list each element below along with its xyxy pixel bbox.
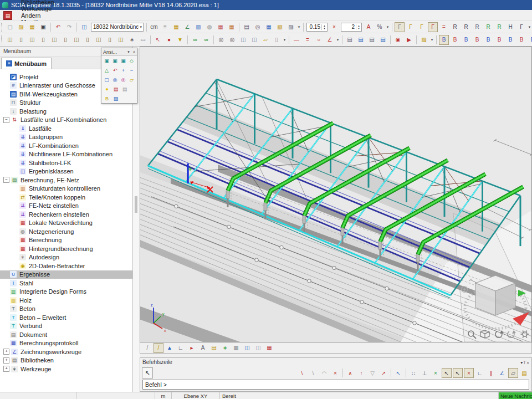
document-menu-icon[interactable]: ▤ bbox=[3, 11, 12, 20]
grid-red-icon[interactable]: ▦ bbox=[264, 343, 274, 353]
profile-tool-12[interactable]: ∗ bbox=[127, 35, 137, 45]
clipboard-2-icon[interactable]: ▤ bbox=[356, 35, 366, 45]
view-axo-icon[interactable]: ◇ bbox=[128, 57, 136, 65]
select-user-icon[interactable]: ● bbox=[164, 35, 174, 45]
tree-item-bibliotheken[interactable]: +▤Bibliotheken bbox=[0, 356, 132, 365]
clipboard-3-icon[interactable]: ▤ bbox=[367, 35, 377, 45]
wall-tool-7[interactable]: R bbox=[461, 22, 471, 32]
undo-icon[interactable]: ↶ bbox=[53, 22, 63, 32]
axes-3d-icon[interactable]: ∗ bbox=[220, 343, 230, 353]
light-icon[interactable]: ● bbox=[103, 85, 111, 93]
tree-item-dokument[interactable]: ▤Dokument bbox=[0, 330, 132, 339]
tree-item-ergebnisse[interactable]: ∪Ergebnisse bbox=[0, 270, 132, 279]
menu--ndern[interactable]: Ändern bbox=[17, 12, 62, 19]
select-add-icon[interactable]: ↖ bbox=[153, 35, 163, 45]
wall-tool-11[interactable]: H bbox=[505, 22, 515, 32]
layout2-icon[interactable]: ◫ bbox=[253, 343, 263, 353]
snap-line-icon[interactable]: \ bbox=[297, 368, 307, 378]
profile-tool-11[interactable]: ◫ bbox=[116, 35, 126, 45]
print-icon[interactable]: ▤ bbox=[242, 22, 252, 32]
tree-item-lastgruppen[interactable]: ⇊Lastgruppen bbox=[0, 133, 132, 142]
print-data-icon[interactable]: ▥ bbox=[231, 343, 241, 353]
tree-item-zeichnungswerkzeuge[interactable]: +∠Zeichnungswerkzeuge bbox=[0, 347, 132, 356]
close-icon[interactable]: × bbox=[526, 360, 529, 365]
tree-item-nichtlineare-lf-kombinationen[interactable]: ⇊Nichtlineare LF-Kombinationen bbox=[0, 150, 132, 159]
print-preview-icon[interactable]: ◎ bbox=[253, 22, 263, 32]
cursor-snap-icon[interactable]: ↖ bbox=[393, 368, 403, 378]
expand-box[interactable]: + bbox=[3, 357, 9, 364]
section-cut-icon[interactable]: × bbox=[329, 22, 339, 32]
tree-item-belastung[interactable]: ↓Belastung bbox=[0, 107, 132, 116]
wall-tool-8[interactable]: R bbox=[472, 22, 482, 32]
circle-tool-icon[interactable]: ○ bbox=[314, 35, 324, 45]
palette-dropdown-icon[interactable]: ▾ bbox=[126, 50, 131, 54]
wall-tool-6[interactable]: R bbox=[450, 22, 460, 32]
wall-tool-10[interactable]: R bbox=[494, 22, 504, 32]
member-tool-7[interactable]: B bbox=[505, 35, 515, 45]
snapshot-icon[interactable]: ▤ bbox=[112, 85, 120, 93]
export-doc-icon[interactable]: ▧ bbox=[275, 22, 285, 32]
filter-icon[interactable]: ▼ bbox=[175, 35, 185, 45]
tree-item-lf-kombinationen[interactable]: ⇊LF-Kombinationen bbox=[0, 141, 132, 150]
member-tool-9[interactable]: B bbox=[528, 35, 532, 45]
axis-cone-icon[interactable]: ▲ bbox=[165, 343, 175, 353]
palette-close-icon[interactable]: × bbox=[131, 50, 137, 54]
tree-item-integrierte-design-forms[interactable]: ▥Integrierte Design Forms bbox=[0, 288, 132, 296]
profile-tool-6[interactable]: ▯ bbox=[60, 35, 70, 45]
open-icon[interactable]: ▨ bbox=[16, 22, 26, 32]
calculator-icon[interactable]: ▦ bbox=[171, 22, 181, 32]
wall-tool-1[interactable]: Γ bbox=[395, 22, 405, 32]
snap-line2-icon[interactable]: \ bbox=[308, 368, 318, 378]
opacity-spinner[interactable]: 0.15▴▾ bbox=[306, 23, 328, 32]
dropdown-arrow-icon[interactable]: ▾ bbox=[296, 25, 301, 29]
folder-new-icon[interactable]: ▨ bbox=[419, 35, 429, 45]
profile-tool-4[interactable]: ▯ bbox=[38, 35, 48, 45]
view-settings-icon[interactable]: ▨ bbox=[112, 94, 120, 103]
snap-arc-icon[interactable]: ◠ bbox=[319, 368, 329, 378]
tree-item-ergebnisklassen[interactable]: ◫Ergebnisklassen bbox=[0, 167, 132, 176]
tree-item-stahl[interactable]: IStahl bbox=[0, 279, 132, 288]
snap-length-icon[interactable]: ∠ bbox=[497, 368, 507, 378]
label-abc-icon[interactable]: A bbox=[198, 343, 208, 353]
edit-pencil-icon[interactable]: / bbox=[154, 343, 163, 353]
notebook-icon[interactable]: ▥ bbox=[193, 22, 203, 32]
redo-icon[interactable]: ↷ bbox=[64, 22, 74, 32]
expand-box[interactable]: + bbox=[3, 349, 9, 355]
tree-item-lastfälle-und-lf-kombinationen[interactable]: −⇅Lastfälle und LF-Kombinationen bbox=[0, 116, 132, 125]
wall-tool-3[interactable]: Γ bbox=[417, 22, 427, 32]
hide-icon[interactable]: ▶ bbox=[404, 35, 414, 45]
tree-item-stahlbeton-lfk[interactable]: ⇊Stahlbeton-LFK bbox=[0, 158, 132, 167]
tree-item-hintergrundberechnung[interactable]: ▦Hintergrundberechnung bbox=[0, 244, 132, 253]
tab-menubaum[interactable]: ≡ Menübaum bbox=[1, 58, 52, 69]
units-icon[interactable]: cm bbox=[149, 22, 159, 32]
snap-tri-icon[interactable]: ▽ bbox=[367, 368, 377, 378]
view-z-icon[interactable]: ▣ bbox=[120, 57, 127, 65]
tree-item-verbund[interactable]: TVerbund bbox=[0, 322, 132, 331]
calculator2-icon[interactable]: ▦ bbox=[264, 22, 274, 32]
cursor-mode-button[interactable]: ↖ bbox=[142, 367, 153, 378]
tree-item-berechnung-fe-netz[interactable]: −▤Berechnung, FE-Netz bbox=[0, 176, 132, 185]
layers-icon[interactable]: ≡ bbox=[160, 22, 170, 32]
tree-item-2d-daten-betrachter[interactable]: ◉2D-Daten-Betrachter bbox=[0, 262, 132, 270]
stamp-icon[interactable]: ▤ bbox=[209, 343, 219, 353]
tree-item-fe-netz-einstellen[interactable]: ⇊FE-Netz einstellen bbox=[0, 202, 132, 211]
load-table-icon[interactable]: ▦ bbox=[216, 22, 226, 32]
member-tool-3[interactable]: B bbox=[461, 35, 471, 45]
collapse-box[interactable]: − bbox=[3, 117, 9, 123]
snap-node-icon[interactable]: ∧ bbox=[345, 368, 355, 378]
tree-item-beton-erweitert[interactable]: TBeton – Erweitert bbox=[0, 313, 132, 322]
parallel-tool-icon[interactable]: = bbox=[303, 35, 313, 45]
intersection-icon[interactable]: × bbox=[431, 368, 441, 378]
dropdown-arrow-icon[interactable]: ▾ bbox=[385, 25, 390, 29]
tree-item-berechnungsprotokoll[interactable]: ▦Berechnungsprotokoll bbox=[0, 339, 132, 348]
snap-x-icon[interactable]: × bbox=[464, 368, 474, 378]
eraser-icon[interactable]: ▭ bbox=[138, 35, 148, 45]
mini-folder-icon[interactable]: ▱ bbox=[260, 35, 270, 45]
new-messages-badge[interactable]: Neue Nachrichte bbox=[499, 392, 532, 399]
snap-vector-icon[interactable]: ↗ bbox=[378, 368, 388, 378]
edit-doc-icon[interactable]: ▨ bbox=[286, 22, 296, 32]
snap-end-icon[interactable]: ↖ bbox=[453, 368, 463, 378]
viewport-3d[interactable]: zyx bbox=[140, 47, 532, 342]
clipboard-1-icon[interactable]: ▤ bbox=[345, 35, 355, 45]
tree-item-holz[interactable]: ▥Holz bbox=[0, 296, 132, 305]
